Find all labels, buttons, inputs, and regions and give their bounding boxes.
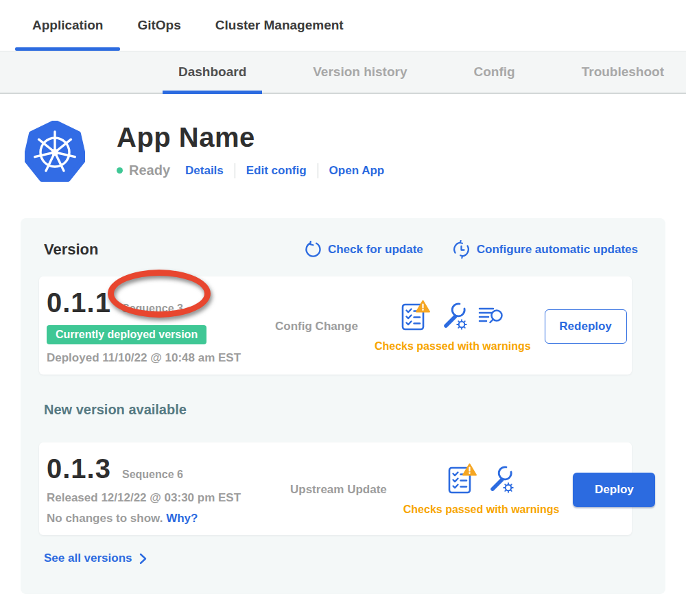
tab-application[interactable]: Application	[15, 0, 120, 51]
checks-status-text: Checks passed with warnings	[375, 340, 531, 353]
open-app-link[interactable]: Open App	[329, 164, 385, 178]
why-link[interactable]: Why?	[166, 512, 198, 525]
subtab-dashboard[interactable]: Dashboard	[163, 51, 262, 93]
see-all-versions-label: See all versions	[44, 552, 132, 565]
configure-automatic-updates-link[interactable]: Configure automatic updates	[452, 240, 638, 259]
app-status-text: Ready	[129, 163, 170, 178]
released-timestamp: Released 12/12/22 @ 03:30 pm EST	[47, 491, 290, 505]
current-version-card: 0.1.1 Sequence 3 Currently deployed vers…	[39, 276, 632, 375]
chevron-right-icon	[139, 553, 147, 565]
subtab-version-history[interactable]: Version history	[297, 51, 423, 93]
app-status-row: Ready Details Edit config Open App	[117, 163, 384, 178]
subtab-config[interactable]: Config	[458, 51, 531, 93]
details-link[interactable]: Details	[185, 164, 224, 178]
divider	[235, 163, 235, 178]
edit-config-wrench-gear-icon[interactable]	[487, 464, 514, 493]
see-all-versions-link[interactable]: See all versions	[44, 552, 665, 565]
currently-deployed-badge: Currently deployed version	[47, 325, 206, 344]
app-subnav: Dashboard Version history Config Trouble…	[0, 51, 686, 94]
available-version-number: 0.1.3	[47, 453, 111, 484]
redeploy-button[interactable]: Redeploy	[545, 309, 627, 344]
current-version-number: 0.1.1	[47, 287, 111, 318]
ready-status-dot-icon	[117, 167, 123, 174]
no-changes-text: No changes to show.	[47, 512, 163, 525]
divider	[318, 163, 318, 178]
preflight-checks-icon[interactable]	[401, 300, 430, 331]
version-panel-title: Version	[44, 241, 98, 259]
check-for-update-label: Check for update	[328, 243, 423, 257]
version-panel: Version Check for update Configure autom…	[21, 218, 665, 594]
view-diff-lines-magnifier-icon[interactable]	[478, 304, 504, 327]
primary-nav: Application GitOps Cluster Management	[0, 0, 686, 51]
preflight-checks-icon[interactable]	[448, 463, 477, 495]
kubernetes-logo-icon	[25, 121, 85, 184]
edit-config-wrench-gear-icon[interactable]	[440, 301, 468, 330]
app-name-title: App Name	[117, 122, 384, 153]
edit-config-link[interactable]: Edit config	[246, 164, 307, 178]
tab-cluster-management[interactable]: Cluster Management	[198, 0, 361, 51]
configure-automatic-updates-label: Configure automatic updates	[477, 243, 638, 257]
new-version-available-heading: New version available	[44, 402, 665, 418]
version-source-label: Config Change	[275, 320, 358, 333]
app-header: App Name Ready Details Edit config Open …	[0, 94, 686, 184]
check-for-update-link[interactable]: Check for update	[305, 241, 423, 258]
refresh-icon	[305, 241, 322, 258]
clock-refresh-icon	[452, 240, 471, 259]
checks-status-text: Checks passed with warnings	[403, 504, 560, 516]
tab-gitops[interactable]: GitOps	[120, 0, 198, 51]
deployed-timestamp: Deployed 11/10/22 @ 10:48 am EST	[47, 351, 241, 365]
available-version-card: 0.1.3 Sequence 6 Released 12/12/22 @ 03:…	[39, 442, 632, 535]
version-source-label: Upstream Update	[290, 483, 387, 497]
available-sequence-label: Sequence 6	[122, 469, 183, 481]
subtab-troubleshoot[interactable]: Troubleshoot	[566, 51, 680, 93]
current-sequence-label: Sequence 3	[122, 303, 183, 315]
deploy-button[interactable]: Deploy	[573, 473, 655, 507]
